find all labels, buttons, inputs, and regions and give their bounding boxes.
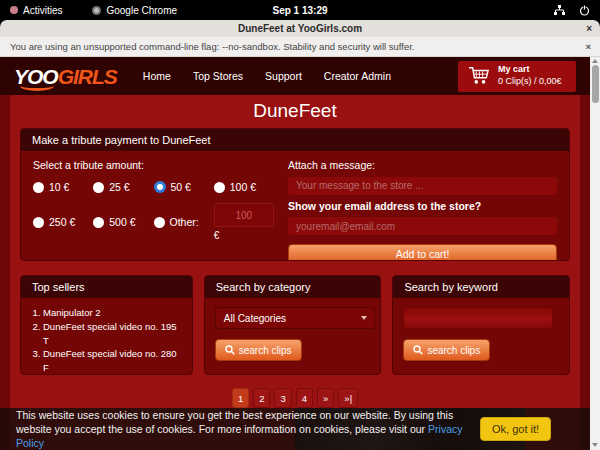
other-amount-input[interactable] <box>214 203 274 227</box>
cookie-accept-button[interactable]: Ok, got it! <box>480 417 551 441</box>
page-button-next[interactable]: » <box>317 388 334 408</box>
site-logo[interactable]: YOOGIRLS <box>14 66 117 87</box>
browser-warning-bar: You are using an unsupported command-lin… <box>0 37 600 57</box>
system-tray[interactable] <box>554 5 590 16</box>
page-button-4[interactable]: 4 <box>296 388 313 408</box>
search-clips-category-button[interactable]: search clips <box>215 339 302 361</box>
radio-icon[interactable] <box>33 217 44 228</box>
page-button-3[interactable]: 3 <box>274 388 291 408</box>
other-amount-wrap: € <box>214 203 274 241</box>
radio-icon[interactable] <box>214 182 225 193</box>
cart-button[interactable]: My cart 0 Clip(s) / 0,00€ <box>458 61 576 92</box>
amount-label: 250 € <box>49 216 75 228</box>
nav-item-home[interactable]: Home <box>143 70 171 82</box>
amount-label: 25 € <box>109 181 129 193</box>
screen: Activities Google Chrome Sep 1 13:29 Dun… <box>0 0 600 450</box>
amount-options: 10 €25 €50 €100 €250 €500 €Other:€ <box>33 181 274 241</box>
search-keyword-header: Search by keyword <box>393 276 569 298</box>
amount-option[interactable]: 25 € <box>93 181 153 193</box>
top-seller-item[interactable]: DuneFeet special video no. 195 T <box>43 320 184 348</box>
scrollbar[interactable] <box>590 57 600 450</box>
amount-select-label: Select a tribute amount: <box>33 159 274 171</box>
radio-icon[interactable] <box>154 181 166 193</box>
tribute-amounts-section: Select a tribute amount: 10 €25 €50 €100… <box>33 159 274 261</box>
amount-option[interactable]: 10 € <box>33 181 93 193</box>
top-seller-item[interactable]: DuneFeet special video no. 280 F <box>43 347 184 375</box>
cart-title: My cart <box>498 64 562 76</box>
page-title: DuneFeet <box>10 95 580 125</box>
add-to-cart-button[interactable]: Add to cart! <box>288 244 557 261</box>
warning-text: You are using an unsupported command-lin… <box>10 41 415 52</box>
network-icon <box>554 5 565 16</box>
pagination: 1234»»| <box>10 388 580 408</box>
amount-option[interactable]: 250 € <box>33 203 93 241</box>
main-nav: Home Top Stores Support Creator Admin <box>143 70 391 82</box>
currency-symbol: € <box>214 230 274 241</box>
message-input[interactable] <box>288 177 557 195</box>
email-label: Show your email address to the store? <box>288 200 557 212</box>
scroll-up-icon[interactable] <box>592 59 598 63</box>
category-selected-option: All Categories <box>224 313 286 324</box>
radio-icon[interactable] <box>93 182 104 193</box>
chevron-down-icon <box>361 316 367 320</box>
cart-summary: 0 Clip(s) / 0,00€ <box>498 76 562 88</box>
search-icon <box>225 345 235 355</box>
top-sellers-header: Top sellers <box>21 276 192 298</box>
clock[interactable]: Sep 1 13:29 <box>0 5 600 16</box>
tribute-panel: Make a tribute payment to DuneFeet Selec… <box>20 128 570 261</box>
window-title: DuneFeet at YooGirls.com <box>238 23 362 34</box>
nav-item-top-stores[interactable]: Top Stores <box>193 70 243 82</box>
nav-item-creator-admin[interactable]: Creator Admin <box>324 70 391 82</box>
amount-label: 10 € <box>49 181 69 193</box>
site-header: YOOGIRLS Home Top Stores Support Creator… <box>0 57 590 95</box>
email-input[interactable] <box>288 217 557 235</box>
radio-icon[interactable] <box>154 217 165 228</box>
browser-viewport: YOOGIRLS Home Top Stores Support Creator… <box>0 57 600 450</box>
cart-icon <box>468 66 490 86</box>
cart-texts: My cart 0 Clip(s) / 0,00€ <box>498 64 562 87</box>
search-category-header: Search by category <box>205 276 381 298</box>
amount-label: 50 € <box>171 181 191 193</box>
bottom-panels: Top sellers Manipulator 2DuneFeet specia… <box>20 275 570 375</box>
amount-label: 100 € <box>230 181 256 193</box>
radio-icon[interactable] <box>33 182 44 193</box>
desktop-top-bar: Activities Google Chrome Sep 1 13:29 <box>0 0 600 20</box>
page-button-nextnext[interactable]: »| <box>338 388 358 408</box>
search-keyword-panel: Search by keyword search clips <box>392 275 570 375</box>
page-body: DuneFeet Make a tribute payment to DuneF… <box>0 95 590 450</box>
cookie-consent-bar: This website uses cookies to ensure you … <box>0 408 590 450</box>
logo-smile-icon <box>20 81 54 91</box>
amount-option[interactable]: 50 € <box>154 181 214 193</box>
radio-icon[interactable] <box>93 217 104 228</box>
cookie-text: This website uses cookies to ensure you … <box>0 408 480 450</box>
window-close-button[interactable]: × <box>586 23 592 34</box>
tribute-panel-header: Make a tribute payment to DuneFeet <box>21 129 569 151</box>
top-seller-item[interactable]: Manipulator 2 <box>43 306 184 320</box>
power-icon <box>579 5 590 16</box>
webpage: YOOGIRLS Home Top Stores Support Creator… <box>0 57 590 450</box>
other-label: Other: <box>170 216 199 228</box>
keyword-input[interactable] <box>403 307 553 329</box>
amount-option[interactable]: 500 € <box>93 203 153 241</box>
scroll-down-icon[interactable] <box>592 443 598 447</box>
tribute-message-section: Attach a message: Show your email addres… <box>288 159 557 261</box>
nav-item-support[interactable]: Support <box>265 70 302 82</box>
search-category-panel: Search by category All Categories <box>204 275 382 375</box>
window-title-bar[interactable]: DuneFeet at YooGirls.com × <box>0 20 600 37</box>
search-clips-keyword-button[interactable]: search clips <box>403 339 490 361</box>
warning-close-button[interactable]: × <box>585 41 591 52</box>
search-icon <box>413 345 423 355</box>
amount-option[interactable]: 100 € <box>214 181 274 193</box>
page-button-1[interactable]: 1 <box>232 388 249 408</box>
top-sellers-panel: Top sellers Manipulator 2DuneFeet specia… <box>20 275 193 375</box>
message-label: Attach a message: <box>288 159 557 171</box>
scrollbar-thumb[interactable] <box>592 65 599 103</box>
amount-label: 500 € <box>109 216 135 228</box>
amount-option-other[interactable]: Other: <box>154 203 214 241</box>
category-select[interactable]: All Categories <box>215 307 375 329</box>
top-sellers-list: Manipulator 2DuneFeet special video no. … <box>21 298 192 375</box>
page-button-2[interactable]: 2 <box>253 388 270 408</box>
logo-part2: GIRLS <box>58 65 117 88</box>
